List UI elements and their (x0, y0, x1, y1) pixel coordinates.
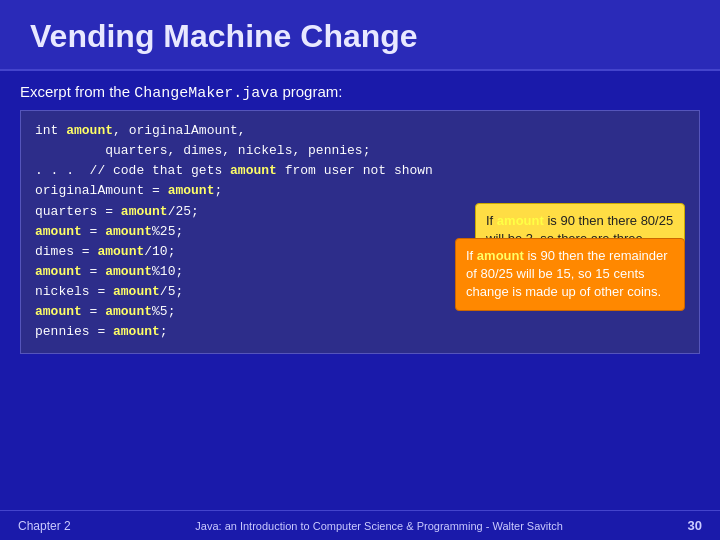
title-bar: Vending Machine Change (0, 0, 720, 71)
tooltip-yellow-amount: amount (497, 213, 544, 228)
footer-chapter: Chapter 2 (18, 519, 71, 533)
slide-title: Vending Machine Change (30, 18, 418, 54)
footer-credit: Java: an Introduction to Computer Scienc… (71, 520, 688, 532)
code-line-11: pennies = amount; (35, 322, 685, 342)
code-line-2: quarters, dimes, nickels, pennies; (35, 141, 685, 161)
code-line-1: int amount, originalAmount, (35, 121, 685, 141)
code-box: int amount, originalAmount, quarters, di… (20, 110, 700, 354)
code-line-3: . . . // code that gets amount from user… (35, 161, 685, 181)
content-area: Excerpt from the ChangeMaker.java progra… (0, 71, 720, 362)
footer: Chapter 2 Java: an Introduction to Compu… (0, 510, 720, 540)
code-line-4: originalAmount = amount; (35, 181, 685, 201)
code-filename: ChangeMaker.java (134, 85, 278, 102)
slide: Vending Machine Change Excerpt from the … (0, 0, 720, 540)
footer-page: 30 (688, 518, 702, 533)
tooltip-orange: If amount is 90 then the remainder of 80… (455, 238, 685, 311)
excerpt-label: Excerpt from the ChangeMaker.java progra… (20, 83, 700, 102)
tooltip-orange-amount: amount (477, 248, 524, 263)
